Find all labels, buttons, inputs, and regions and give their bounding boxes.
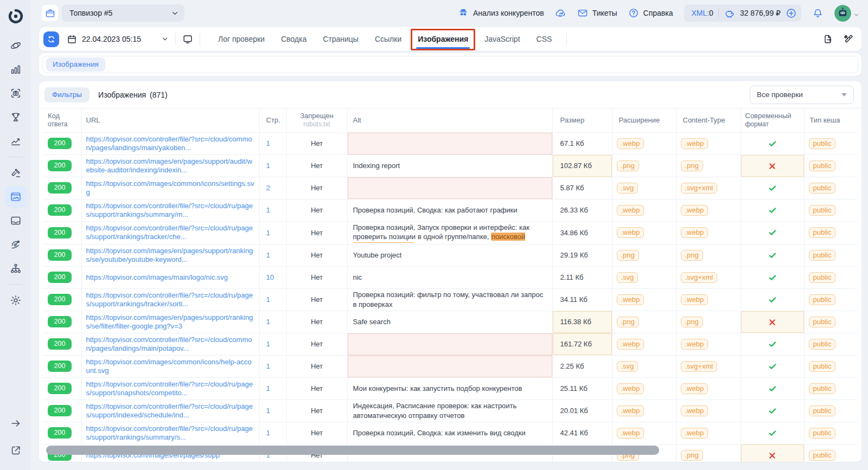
pages-count-link[interactable]: 2 [266,184,270,192]
pages-count-link[interactable]: 10 [266,273,274,281]
sidebar-item-atom[interactable] [5,35,27,56]
sidebar-item-site-audit-images[interactable] [5,186,27,208]
refresh-button[interactable] [43,31,59,47]
modern-format-value [741,355,804,377]
pages-count-link[interactable]: 1 [266,429,270,437]
pages-count-link[interactable]: 1 [266,384,270,392]
radar-icon [10,239,22,250]
filters-button[interactable]: Фильтры [44,87,90,102]
add-funds-button[interactable] [786,8,797,19]
image-url-link[interactable]: https://topvisor.com/images/en/pages/sup… [86,247,255,264]
horizontal-scrollbar-thumb[interactable] [46,446,659,455]
col-modern-format[interactable]: Современныйформат [741,108,804,132]
divider [175,33,176,45]
image-url-link[interactable]: https://topvisor.com/controller/file/?sr… [86,202,255,219]
user-menu[interactable] [834,5,859,22]
pages-count-link[interactable]: 1 [266,362,270,370]
competitor-analysis-link[interactable]: Анализ конкурентов [458,8,544,18]
sidebar-item-external-link[interactable] [5,440,27,461]
sidebar-bottom [0,411,31,462]
image-url-link[interactable]: https://topvisor.com/controller/file/?sr… [86,336,255,353]
account-balance[interactable]: 32 876,99 ₽ [740,9,781,17]
device-toggle[interactable] [182,34,193,44]
atom-icon [10,40,22,51]
sidebar-divider [9,284,23,285]
sidebar-item-trend-line[interactable] [5,130,27,152]
tab-links[interactable]: Ссылки [374,27,403,51]
tickets-link[interactable]: Тикеты [577,8,617,18]
image-url-link[interactable]: https://topvisor.com/images/common/icons… [86,179,255,197]
sidebar-item-browser-window[interactable] [5,210,27,231]
col-robots[interactable]: Запрещенrobots.txt [286,108,347,132]
col-alt[interactable]: Alt [347,108,552,132]
status-code-badge: 200 [48,338,72,350]
export-button[interactable] [822,34,833,44]
notifications-button[interactable] [812,8,824,19]
size-value: 25.11 Кб [552,377,612,400]
image-url-link[interactable]: https://topvisor.com/controller/file/?sr… [86,224,255,241]
image-url-link[interactable]: https://topvisor.com/controller/file/?sr… [86,424,255,442]
modern-format-value [741,311,804,333]
report-chip-images[interactable]: Изображения [46,57,105,72]
cloud-sync-icon[interactable] [555,8,566,19]
status-code-badge: 200 [48,360,72,372]
workspace-button[interactable] [42,5,58,21]
image-url-link[interactable]: https://topvisor.com/controller/file/?sr… [86,291,255,308]
pages-count-link[interactable]: 1 [266,340,270,348]
tab-check-log[interactable]: Лог проверки [217,27,266,51]
tab-images[interactable]: Изображения [417,27,469,51]
tab-javascript[interactable]: JavaScript [483,27,521,51]
modern-format-value [741,288,804,311]
sidebar-item-radar[interactable] [5,234,27,255]
pages-count-link[interactable]: 1 [266,251,270,259]
image-url-link[interactable]: https://topvisor.com/controller/file/?sr… [86,135,255,152]
check-date-picker[interactable]: 22.04.2023 05:15 [67,34,169,44]
tab-pages[interactable]: Страницы [322,27,360,51]
sidebar-item-bar-chart[interactable] [5,59,27,80]
pages-count-link[interactable]: 1 [266,139,270,147]
size-value: 29.19 Кб [552,244,612,266]
sidebar-item-sitemap[interactable] [5,257,27,279]
export-icon [822,34,833,44]
robots-value: Нет [286,199,347,221]
pages-count-link[interactable]: 1 [266,162,270,170]
sidebar-item-gear[interactable] [5,289,27,311]
image-url-link[interactable]: https://topvisor.com/images/main/logo/ni… [86,273,255,282]
alt-text: Мои конкуренты: как запустить подбор кон… [353,384,547,394]
table-row: 200 https://topvisor.com/controller/file… [43,199,857,221]
col-pages[interactable]: Стр. [259,108,286,132]
chipbar-field[interactable]: Изображения [42,56,858,73]
help-link[interactable]: Справка [628,8,673,18]
topvisor-logo-icon[interactable] [5,5,27,27]
pages-count-link[interactable]: 1 [266,229,270,237]
col-cache-type[interactable]: Тип кеша [804,108,857,132]
col-extension[interactable]: Расширение [612,108,676,132]
alt-text: nic [353,273,547,282]
sidebar-item-gavel[interactable] [5,162,27,184]
tab-css[interactable]: CSS [535,27,553,51]
image-url-link[interactable]: https://topvisor.com/images/en/pages/sup… [86,157,255,175]
col-response-code[interactable]: Кодответа [43,108,81,132]
image-url-link[interactable]: https://topvisor.com/controller/file/?sr… [86,402,255,420]
col-url[interactable]: URL [81,108,259,132]
image-url-link[interactable]: https://topvisor.com/images/common/icons… [86,358,255,375]
pages-count-link[interactable]: 1 [266,318,270,326]
project-selector[interactable]: Топвизор #5 [62,4,184,22]
settings-tools-button[interactable] [843,34,854,44]
pages-count-link[interactable]: 1 [266,206,270,214]
checks-filter-select[interactable]: Все проверки [750,86,854,104]
col-size[interactable]: Размер [552,108,612,132]
sidebar-item-arrow-right[interactable] [5,413,27,434]
pages-count-link[interactable]: 1 [266,295,270,304]
plus-circle-icon [786,8,797,19]
sidebar-item-snapshot-camera[interactable] [5,82,27,104]
xml-limits[interactable]: XML: 0 [692,9,713,17]
tab-summary[interactable]: Сводка [280,27,308,51]
image-url-link[interactable]: https://topvisor.com/controller/file/?sr… [86,380,255,397]
image-url-link[interactable]: https://topvisor.com/images/en/pages/sup… [86,313,255,331]
check-icon [768,184,777,192]
robots-value: Нет [286,221,347,244]
col-content-type[interactable]: Content-Type [676,108,741,132]
sidebar-item-trophy[interactable] [5,106,27,128]
pages-count-link[interactable]: 1 [266,407,270,415]
